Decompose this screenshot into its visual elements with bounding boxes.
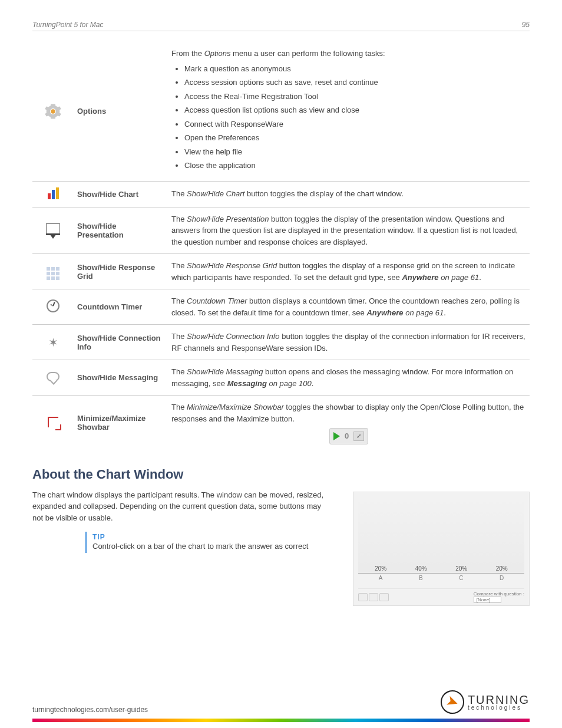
page-footer: turningtechnologies.com/user-guides ➤ TU… bbox=[0, 690, 562, 728]
logo-icon: ➤ bbox=[441, 690, 464, 714]
svg-point-0 bbox=[51, 109, 55, 114]
feature-table: Options From the Options menu a user can… bbox=[32, 42, 530, 450]
showbar-mini: 0 ⤢ bbox=[329, 428, 368, 444]
doc-title: TurningPoint 5 for Mac bbox=[32, 21, 104, 29]
chart-toolbar bbox=[358, 593, 389, 601]
msg-desc: The Show/Hide Messaging button opens and… bbox=[168, 360, 530, 396]
logo-text-main: TURNING bbox=[468, 694, 530, 705]
timer-label: Countdown Timer bbox=[74, 289, 168, 325]
options-item: Access the Real-Time Registration Tool bbox=[184, 91, 526, 103]
messaging-icon bbox=[47, 372, 59, 381]
page-header: TurningPoint 5 for Mac 95 bbox=[32, 21, 530, 31]
page-number: 95 bbox=[522, 21, 530, 29]
chart-area: 20% 40% 20% 20% bbox=[358, 497, 524, 574]
section-paragraph: The chart window displays the participan… bbox=[32, 489, 327, 524]
tip-label: TIP bbox=[92, 533, 321, 541]
options-item: Connect with ResponseWare bbox=[184, 118, 526, 130]
row-presentation: Show/Hide Presentation The Show/Hide Pre… bbox=[32, 207, 530, 254]
bar-value-d: 20% bbox=[496, 565, 508, 572]
options-desc: From the Options menu a user can perform… bbox=[168, 42, 530, 181]
grid-label: Show/Hide Response Grid bbox=[74, 254, 168, 289]
footer-color-bar bbox=[32, 719, 530, 722]
compare-select[interactable]: [None] bbox=[474, 597, 502, 603]
compare-label: Compare with question : bbox=[474, 591, 524, 597]
axis-label: B bbox=[419, 575, 423, 581]
showbar-label: Minimize/Maximize Showbar bbox=[74, 396, 168, 450]
msg-label: Show/Hide Messaging bbox=[74, 360, 168, 396]
timer-desc: The Countdown Timer button displays a co… bbox=[168, 289, 530, 325]
connection-icon: ✶ bbox=[47, 336, 59, 349]
chart-tool-button[interactable] bbox=[379, 593, 389, 601]
tip-body: Control-click on a bar of the chart to m… bbox=[92, 541, 321, 552]
row-options: Options From the Options menu a user can… bbox=[32, 42, 530, 181]
options-item: Mark a question as anonymous bbox=[184, 63, 526, 75]
tip-block: TIP Control-click on a bar of the chart … bbox=[85, 532, 321, 553]
chart-desc: The Show/Hide Chart button toggles the d… bbox=[168, 181, 530, 207]
section-heading: About the Chart Window bbox=[32, 467, 530, 482]
row-showbar: Minimize/Maximize Showbar The Minimize/M… bbox=[32, 396, 530, 450]
anywhere-link[interactable]: Anywhere bbox=[366, 308, 403, 317]
showbar-desc: The Minimize/Maximize Showbar toggles th… bbox=[168, 396, 530, 450]
conn-label: Show/Hide Connection Info bbox=[74, 325, 168, 360]
bar-value-c: 20% bbox=[455, 565, 467, 572]
row-chart: Show/Hide Chart The Show/Hide Chart butt… bbox=[32, 181, 530, 207]
chart-label: Show/Hide Chart bbox=[74, 181, 168, 207]
options-item: Close the application bbox=[184, 160, 526, 172]
gear-icon bbox=[36, 103, 70, 120]
presentation-desc: The Show/Hide Presentation button toggle… bbox=[168, 207, 530, 254]
conn-desc: The Show/Hide Connection Info button tog… bbox=[168, 325, 530, 360]
chart-tool-button[interactable] bbox=[369, 593, 378, 601]
anywhere-link[interactable]: Anywhere bbox=[402, 273, 438, 282]
expand-icon bbox=[48, 417, 58, 427]
response-count: 0 bbox=[345, 430, 349, 442]
timer-icon bbox=[47, 299, 59, 312]
row-messaging: Show/Hide Messaging The Show/Hide Messag… bbox=[32, 360, 530, 396]
logo-text-sub: technologies bbox=[468, 705, 530, 710]
bar-chart-icon bbox=[48, 187, 59, 199]
options-item: Access session options such as save, res… bbox=[184, 77, 526, 88]
maximize-icon[interactable]: ⤢ bbox=[353, 431, 364, 441]
options-list: Mark a question as anonymous Access sess… bbox=[184, 63, 526, 172]
messaging-link[interactable]: Messaging bbox=[227, 379, 267, 388]
footer-url[interactable]: turningtechnologies.com/user-guides bbox=[32, 706, 148, 714]
bar-value-b: 40% bbox=[415, 565, 427, 572]
chart-window-thumbnail: 20% 40% 20% 20% A B C D bbox=[353, 492, 530, 606]
presentation-label: Show/Hide Presentation bbox=[74, 207, 168, 254]
chart-tool-button[interactable] bbox=[358, 593, 368, 601]
row-connection: ✶ Show/Hide Connection Info The Show/Hid… bbox=[32, 325, 530, 360]
bar-value-a: 20% bbox=[375, 565, 386, 572]
row-response-grid: Show/Hide Response Grid The Show/Hide Re… bbox=[32, 254, 530, 289]
axis-label: A bbox=[379, 575, 383, 581]
axis-label: C bbox=[459, 575, 463, 581]
presentation-icon bbox=[46, 223, 60, 235]
options-item: View the help file bbox=[184, 146, 526, 158]
options-label: Options bbox=[74, 42, 168, 181]
options-item: Access question list options such as vie… bbox=[184, 104, 526, 116]
grid-icon bbox=[47, 267, 59, 280]
grid-desc: The Show/Hide Response Grid button toggl… bbox=[168, 254, 530, 289]
play-icon[interactable] bbox=[333, 432, 340, 440]
axis-label: D bbox=[500, 575, 504, 581]
brand-logo: ➤ TURNING technologies bbox=[441, 690, 530, 714]
row-timer: Countdown Timer The Countdown Timer butt… bbox=[32, 289, 530, 325]
options-item: Open the Preferences bbox=[184, 132, 526, 144]
